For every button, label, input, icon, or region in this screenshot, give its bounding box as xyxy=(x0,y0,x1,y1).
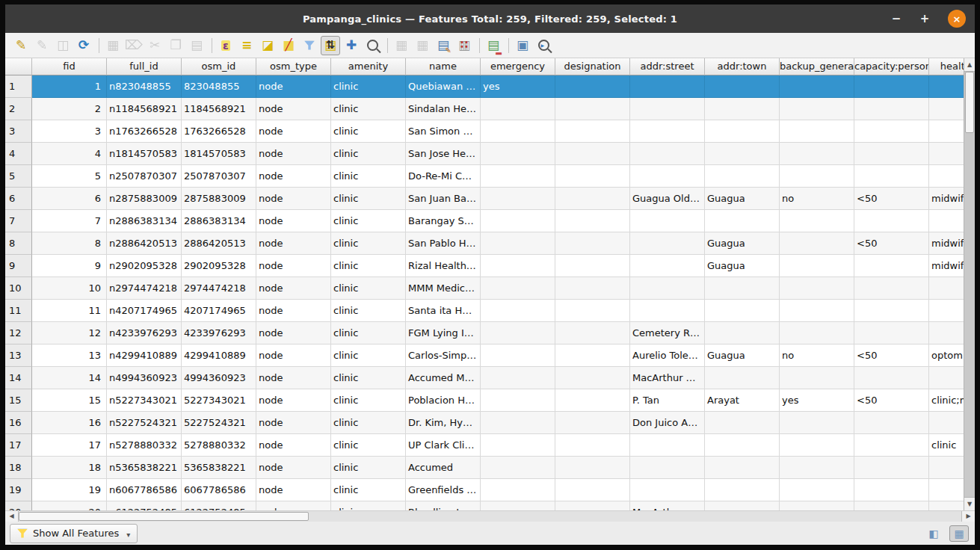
cell-4-fid[interactable]: 4 xyxy=(32,143,107,165)
cell-18-osm-id[interactable]: 5365838221 xyxy=(182,457,256,479)
cell-16-emergency[interactable] xyxy=(481,412,555,434)
cell-13-amenity[interactable]: clinic xyxy=(331,344,406,367)
table-corner-cell[interactable] xyxy=(5,58,32,75)
cell-1-designation[interactable] xyxy=(555,75,630,98)
scroll-right-arrow-icon[interactable]: ▶ xyxy=(961,511,975,522)
cell-13-full-id[interactable]: n4299410889 xyxy=(107,344,182,367)
cell-17-fid[interactable]: 17 xyxy=(32,434,107,457)
cell-6-backup-generator[interactable]: no xyxy=(780,188,854,210)
cell-16-osm-type[interactable]: node xyxy=(256,412,331,434)
cell-8-addr-street[interactable] xyxy=(630,232,705,255)
cell-9-fid[interactable]: 9 xyxy=(32,255,107,277)
select-by-expression-button[interactable]: ε xyxy=(216,36,235,55)
cell-19-emergency[interactable] xyxy=(481,479,555,501)
row-number-18[interactable]: 18 xyxy=(5,457,32,479)
cell-15-addr-town[interactable]: Arayat xyxy=(705,389,780,412)
cell-12-backup-generator[interactable] xyxy=(780,322,854,344)
cell-11-addr-street[interactable] xyxy=(630,300,705,322)
cell-1-capacity-persons[interactable] xyxy=(854,75,929,98)
cell-13-emergency[interactable] xyxy=(481,344,555,367)
cell-6-capacity-persons[interactable]: <50 xyxy=(854,188,929,210)
cell-14-name[interactable]: Accumed M… xyxy=(406,367,481,389)
cell-18-emergency[interactable] xyxy=(481,457,555,479)
column-header-full-id[interactable]: full_id xyxy=(107,58,182,75)
cell-8-designation[interactable] xyxy=(555,232,630,255)
cell-12-osm-id[interactable]: 4233976293 xyxy=(182,322,256,344)
cell-15-osm-id[interactable]: 5227343021 xyxy=(182,389,256,412)
cell-5-healthcare[interactable] xyxy=(929,165,964,188)
cell-9-healthcare[interactable]: midwif xyxy=(929,255,964,277)
cell-15-capacity-persons[interactable]: <50 xyxy=(854,389,929,412)
cell-8-capacity-persons[interactable]: <50 xyxy=(854,232,929,255)
cell-1-emergency[interactable]: yes xyxy=(481,75,555,98)
cell-1-addr-town[interactable] xyxy=(705,75,780,98)
cell-4-name[interactable]: San Jose He… xyxy=(406,143,481,165)
cell-8-fid[interactable]: 8 xyxy=(32,232,107,255)
cell-15-emergency[interactable] xyxy=(481,389,555,412)
reload-table-button[interactable]: ⟳ xyxy=(74,36,93,55)
cell-7-backup-generator[interactable] xyxy=(780,210,854,232)
cell-6-healthcare[interactable]: midwif xyxy=(929,188,964,210)
cell-16-fid[interactable]: 16 xyxy=(32,412,107,434)
cell-9-capacity-persons[interactable] xyxy=(854,255,929,277)
cell-10-designation[interactable] xyxy=(555,277,630,300)
cell-11-addr-town[interactable] xyxy=(705,300,780,322)
cell-11-capacity-persons[interactable] xyxy=(854,300,929,322)
cell-20-osm-id[interactable]: 6122752485 xyxy=(182,501,256,510)
cell-17-name[interactable]: UP Clark Cli… xyxy=(406,434,481,457)
cell-8-name[interactable]: San Pablo H… xyxy=(406,232,481,255)
cell-10-amenity[interactable]: clinic xyxy=(331,277,406,300)
cell-11-osm-id[interactable]: 4207174965 xyxy=(182,300,256,322)
cell-20-fid[interactable]: 20 xyxy=(32,501,107,510)
cell-2-name[interactable]: Sindalan He… xyxy=(406,98,481,120)
scroll-up-arrow-icon[interactable]: ▲ xyxy=(964,58,975,72)
cell-2-backup-generator[interactable] xyxy=(780,98,854,120)
column-header-capacity-persons[interactable]: capacity:persons xyxy=(854,58,929,75)
row-number-12[interactable]: 12 xyxy=(5,322,32,344)
row-number-9[interactable]: 9 xyxy=(5,255,32,277)
cell-17-addr-street[interactable] xyxy=(630,434,705,457)
cell-11-full-id[interactable]: n4207174965 xyxy=(107,300,182,322)
column-header-amenity[interactable]: amenity xyxy=(331,58,406,75)
cell-14-amenity[interactable]: clinic xyxy=(331,367,406,389)
cell-5-osm-type[interactable]: node xyxy=(256,165,331,188)
cell-8-osm-id[interactable]: 2886420513 xyxy=(182,232,256,255)
column-header-fid[interactable]: fid xyxy=(32,58,107,75)
cell-18-backup-generator[interactable] xyxy=(780,457,854,479)
cell-15-name[interactable]: Poblacion H… xyxy=(406,389,481,412)
cell-15-addr-street[interactable]: P. Tan xyxy=(630,389,705,412)
cell-14-emergency[interactable] xyxy=(481,367,555,389)
column-header-backup-generator[interactable]: backup_generator xyxy=(780,58,854,75)
cell-16-amenity[interactable]: clinic xyxy=(331,412,406,434)
deselect-all-button[interactable]: ■╱ xyxy=(279,36,298,55)
cell-9-addr-street[interactable] xyxy=(630,255,705,277)
field-calculator-button[interactable]: ▥∷ xyxy=(454,36,474,55)
pan-to-selection-button[interactable]: ✚ xyxy=(342,36,361,55)
cell-6-addr-street[interactable]: Guagua Old… xyxy=(630,188,705,210)
cell-17-osm-id[interactable]: 5278880332 xyxy=(182,434,256,457)
cell-13-addr-street[interactable]: Aurelio Tole… xyxy=(630,344,705,367)
cell-19-designation[interactable] xyxy=(555,479,630,501)
cell-5-addr-street[interactable] xyxy=(630,165,705,188)
cell-18-healthcare[interactable] xyxy=(929,457,964,479)
row-number-20[interactable]: 20 xyxy=(5,501,32,510)
cell-14-healthcare[interactable] xyxy=(929,367,964,389)
cell-10-healthcare[interactable] xyxy=(929,277,964,300)
cell-2-full-id[interactable]: n1184568921 xyxy=(107,98,182,120)
cell-20-amenity[interactable]: clinic xyxy=(331,501,406,510)
cell-3-capacity-persons[interactable] xyxy=(854,120,929,143)
cell-10-fid[interactable]: 10 xyxy=(32,277,107,300)
cell-2-osm-id[interactable]: 1184568921 xyxy=(182,98,256,120)
row-number-2[interactable]: 2 xyxy=(5,98,32,120)
row-number-16[interactable]: 16 xyxy=(5,412,32,434)
cell-11-fid[interactable]: 11 xyxy=(32,300,107,322)
cell-7-capacity-persons[interactable] xyxy=(854,210,929,232)
cell-20-backup-generator[interactable] xyxy=(780,501,854,510)
cell-4-emergency[interactable] xyxy=(481,143,555,165)
row-number-1[interactable]: 1 xyxy=(5,75,32,98)
cell-14-fid[interactable]: 14 xyxy=(32,367,107,389)
cell-14-osm-id[interactable]: 4994360923 xyxy=(182,367,256,389)
cell-14-designation[interactable] xyxy=(555,367,630,389)
cell-9-amenity[interactable]: clinic xyxy=(331,255,406,277)
cell-11-healthcare[interactable] xyxy=(929,300,964,322)
